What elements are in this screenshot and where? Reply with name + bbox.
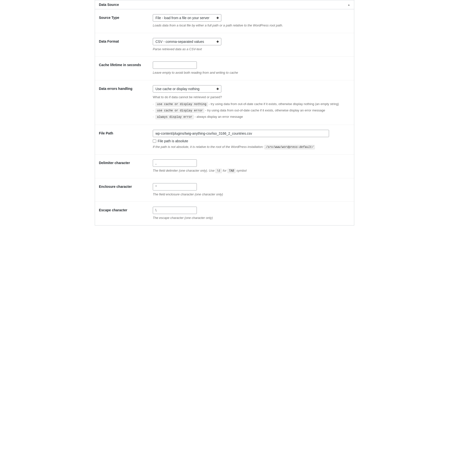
file-path-field: File path is absolute If the path is not…	[153, 130, 350, 149]
source-type-hint: Loads data from a local file by either a…	[153, 23, 350, 28]
delimiter-field: The field delimiter (one character only)…	[153, 159, 350, 173]
data-errors-hint-title: What to do if data cannot be retrieved o…	[153, 95, 350, 100]
source-type-select[interactable]: File - load from a file on your serverUR…	[153, 14, 221, 22]
data-format-hint: Parse retrieved data as a CSV-text	[153, 47, 350, 52]
file-path-hint-code: /srv/www/wordpress-default/	[264, 145, 315, 149]
data-errors-code-2: use cache or display error	[155, 108, 204, 113]
file-path-absolute-checkbox[interactable]	[153, 139, 156, 143]
data-format-row: Data Format CSV - comma-separated values…	[95, 33, 354, 57]
data-format-label: Data Format	[99, 38, 153, 43]
delimiter-hint-text: The field delimiter (one character only)…	[153, 169, 214, 172]
cache-lifetime-label: Cache lifetime in seconds	[99, 61, 153, 67]
file-path-label: File Path	[99, 130, 153, 135]
delimiter-label: Delimiter character	[99, 159, 153, 165]
file-path-absolute-label: File path is absolute	[158, 139, 188, 143]
panel-toggle-icon[interactable]: ▲	[348, 3, 350, 6]
enclosure-hint: The field enclosure character (one chara…	[153, 192, 350, 197]
data-errors-field: Use cache or display nothingUse cache or…	[153, 85, 350, 120]
escape-row: Escape character The escape character (o…	[95, 202, 354, 225]
delimiter-hint-code2: TAB	[227, 169, 236, 173]
data-errors-desc-1: - try using data from out-of-date cache …	[209, 102, 339, 106]
file-path-row: File Path File path is absolute If the p…	[95, 125, 354, 155]
cache-lifetime-hint: Leave empty to avoid both reading from a…	[153, 70, 350, 75]
panel-body: Source Type File - load from a file on y…	[95, 9, 354, 225]
data-errors-row: Data errors handling Use cache or displa…	[95, 80, 354, 125]
cache-lifetime-input[interactable]	[153, 61, 197, 69]
cache-lifetime-row: Cache lifetime in seconds Leave empty to…	[95, 57, 354, 80]
source-type-label: Source Type	[99, 14, 153, 20]
data-errors-option-3: · always display error - always display …	[153, 114, 350, 119]
data-errors-desc-2: - try using data from out-of-date cache …	[205, 108, 325, 112]
panel-title: Data Source	[99, 3, 119, 7]
panel-header: Data Source ▲	[95, 0, 354, 9]
escape-label: Escape character	[99, 207, 153, 212]
delimiter-row: Delimiter character The field delimiter …	[95, 155, 354, 178]
source-type-field: File - load from a file on your serverUR…	[153, 14, 350, 28]
cache-lifetime-field: Leave empty to avoid both reading from a…	[153, 61, 350, 75]
data-errors-option-1: · use cache or display nothing - try usi…	[153, 101, 350, 107]
delimiter-hint-for: for	[223, 169, 226, 172]
source-type-row: Source Type File - load from a file on y…	[95, 9, 354, 33]
escape-input[interactable]	[153, 207, 197, 214]
file-path-hint-text: If the path is not absolute, it is relat…	[153, 145, 263, 149]
data-errors-hint: What to do if data cannot be retrieved o…	[153, 95, 350, 120]
file-path-absolute-row: File path is absolute	[153, 139, 350, 143]
delimiter-hint-code1: \t	[215, 169, 222, 173]
data-format-field: CSV - comma-separated valuesJSONXMLHTML …	[153, 38, 350, 52]
delimiter-input[interactable]	[153, 159, 197, 167]
data-errors-code-1: use cache or display nothing	[155, 102, 208, 107]
enclosure-row: Enclosure character The field enclosure …	[95, 178, 354, 202]
enclosure-input[interactable]	[153, 183, 197, 190]
file-path-hint: If the path is not absolute, it is relat…	[153, 144, 350, 149]
delimiter-hint: The field delimiter (one character only)…	[153, 168, 350, 173]
data-source-panel: Data Source ▲ Source Type File - load fr…	[95, 0, 354, 226]
enclosure-field: The field enclosure character (one chara…	[153, 183, 350, 197]
data-format-select[interactable]: CSV - comma-separated valuesJSONXMLHTML …	[153, 38, 221, 45]
file-path-input[interactable]	[153, 130, 329, 137]
data-errors-option-2: · use cache or display error - try using…	[153, 108, 350, 113]
data-errors-code-3: always display error	[155, 115, 194, 119]
delimiter-hint-symbol: symbol	[236, 169, 247, 172]
data-errors-desc-3: - always display an error message	[195, 115, 243, 119]
data-errors-select[interactable]: Use cache or display nothingUse cache or…	[153, 85, 221, 93]
escape-field: The escape character (one character only…	[153, 207, 350, 220]
escape-hint: The escape character (one character only…	[153, 215, 350, 220]
enclosure-label: Enclosure character	[99, 183, 153, 189]
data-errors-label: Data errors handling	[99, 85, 153, 91]
